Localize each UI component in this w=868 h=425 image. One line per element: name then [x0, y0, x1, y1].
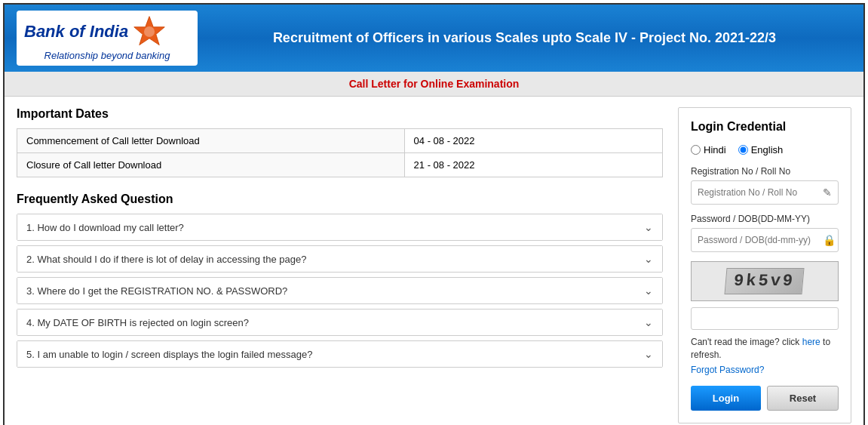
- left-panel: Important Dates Commencement of Call let…: [17, 107, 678, 375]
- main-content: Important Dates Commencement of Call let…: [5, 97, 863, 425]
- bank-name: Bank of India: [24, 22, 128, 42]
- forgot-password-link[interactable]: Forgot Password?: [691, 365, 839, 375]
- captcha-input[interactable]: [691, 307, 839, 330]
- reset-button[interactable]: Reset: [767, 386, 839, 411]
- chevron-down-icon: ⌄: [644, 285, 653, 297]
- faq-question-5: 5. I am unable to login / screen display…: [26, 349, 312, 360]
- faq-question-2: 2. What should I do if there is lot of d…: [26, 254, 306, 265]
- lock-icon: 🔒: [817, 229, 842, 251]
- dates-table: Commencement of Call letter Download 04 …: [17, 128, 663, 177]
- chevron-down-icon: ⌄: [644, 253, 653, 265]
- faq-header-5[interactable]: 5. I am unable to login / screen display…: [17, 341, 662, 367]
- reg-input-wrapper: ✎: [691, 180, 839, 205]
- table-row: Commencement of Call letter Download 04 …: [17, 129, 663, 153]
- chevron-down-icon: ⌄: [644, 221, 653, 233]
- button-row: Login Reset: [691, 386, 839, 411]
- faq-item-2[interactable]: 2. What should I do if there is lot of d…: [17, 245, 663, 273]
- logo-area: Bank of India Relationship beyond bankin…: [17, 11, 198, 66]
- registration-input[interactable]: [692, 182, 817, 203]
- header: Bank of India Relationship beyond bankin…: [5, 5, 863, 72]
- hindi-label: Hindi: [704, 144, 726, 156]
- bank-star-icon: [133, 15, 166, 48]
- hindi-option[interactable]: Hindi: [691, 144, 726, 156]
- bank-tagline: Relationship beyond banking: [24, 50, 190, 61]
- faq-section: Frequently Asked Question 1. How do I do…: [17, 192, 663, 368]
- header-title: Recruitment of Officers in various Scale…: [198, 29, 851, 48]
- date-value-1: 04 - 08 - 2022: [404, 129, 662, 153]
- password-input[interactable]: [692, 229, 817, 251]
- captcha-value: 9k5v9: [725, 268, 805, 294]
- faq-question-3: 3. Where do I get the REGISTRATION NO. &…: [26, 285, 287, 297]
- faq-question-1: 1. How do I download my call letter?: [26, 222, 184, 233]
- english-radio[interactable]: [738, 145, 748, 155]
- faq-header-4[interactable]: 4. My DATE OF BIRTH is rejected on login…: [17, 310, 662, 335]
- faq-item-3[interactable]: 3. Where do I get the REGISTRATION NO. &…: [17, 277, 663, 304]
- date-value-2: 21 - 08 - 2022: [404, 153, 662, 177]
- password-input-wrapper: 🔒: [691, 228, 839, 252]
- captcha-refresh-text: Can't read the image? click here to refr…: [691, 336, 839, 362]
- edit-icon: ✎: [817, 181, 838, 204]
- faq-item-4[interactable]: 4. My DATE OF BIRTH is rejected on login…: [17, 309, 663, 336]
- important-dates-title: Important Dates: [17, 107, 663, 121]
- svg-point-1: [144, 26, 155, 37]
- table-row: Closure of Call letter Download 21 - 08 …: [17, 153, 663, 177]
- faq-header-2[interactable]: 2. What should I do if there is lot of d…: [17, 246, 662, 272]
- login-button[interactable]: Login: [691, 386, 761, 411]
- faq-title: Frequently Asked Question: [17, 192, 663, 206]
- hindi-radio[interactable]: [691, 145, 701, 155]
- faq-header-1[interactable]: 1. How do I download my call letter? ⌄: [17, 214, 662, 240]
- page-container: Bank of India Relationship beyond bankin…: [3, 3, 865, 425]
- chevron-down-icon: ⌄: [644, 348, 653, 360]
- faq-item-5[interactable]: 5. I am unable to login / screen display…: [17, 340, 663, 368]
- faq-item-1[interactable]: 1. How do I download my call letter? ⌄: [17, 214, 663, 241]
- language-row: Hindi English: [691, 144, 839, 156]
- english-label: English: [751, 144, 784, 156]
- date-label-2: Closure of Call letter Download: [17, 153, 405, 177]
- logo-top-row: Bank of India: [24, 15, 190, 48]
- sub-header-text: Call Letter for Online Examination: [349, 78, 520, 90]
- faq-question-4: 4. My DATE OF BIRTH is rejected on login…: [26, 317, 249, 328]
- chevron-down-icon: ⌄: [644, 316, 653, 328]
- faq-header-3[interactable]: 3. Where do I get the REGISTRATION NO. &…: [17, 278, 662, 303]
- login-title: Login Credential: [691, 120, 839, 134]
- date-label-1: Commencement of Call letter Download: [17, 129, 405, 153]
- password-label: Password / DOB(DD-MM-YY): [691, 214, 839, 224]
- reg-label: Registration No / Roll No: [691, 166, 839, 177]
- captcha-refresh-link[interactable]: here: [802, 337, 820, 347]
- sub-header: Call Letter for Online Examination: [5, 72, 863, 97]
- english-option[interactable]: English: [738, 144, 784, 156]
- captcha-image: 9k5v9: [691, 261, 839, 301]
- login-panel: Login Credential Hindi English Registrat…: [678, 107, 851, 423]
